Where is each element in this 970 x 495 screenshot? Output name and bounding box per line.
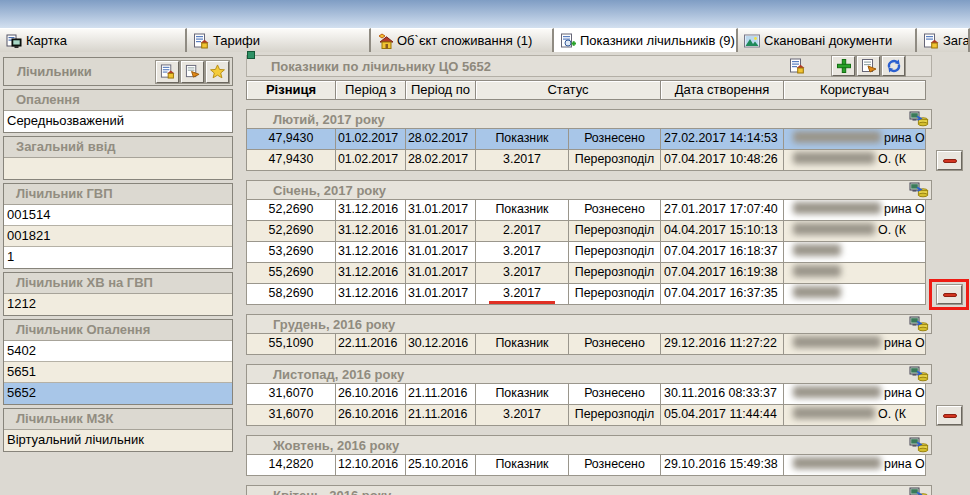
- tab-kartka[interactable]: Картка: [0, 28, 187, 52]
- remove-reading-button[interactable]: [937, 285, 962, 304]
- period-to-cell: 21.11.2016: [406, 384, 476, 405]
- readings-table-header: РізницяПеріод зПеріод поСтатусДата створ…: [246, 80, 932, 100]
- tab-general[interactable]: Зага: [917, 28, 970, 52]
- group-export-button[interactable]: [908, 487, 930, 495]
- group-export-button[interactable]: [908, 182, 930, 199]
- remove-reading-button[interactable]: [937, 406, 962, 425]
- column-header-2[interactable]: Період по: [406, 80, 476, 100]
- created-cell: 07.04.2017 16:37:35: [661, 284, 784, 305]
- sidebar-item[interactable]: Віртуальний лічильник: [4, 430, 232, 451]
- home-edit-button[interactable]: [156, 61, 179, 83]
- column-header-1[interactable]: Період з: [336, 80, 406, 100]
- meter-readings-icon: [560, 33, 576, 49]
- log-export-button[interactable]: [181, 61, 204, 83]
- readings-panel-header: Показники по лічильнику ЦО 5652: [246, 55, 932, 77]
- reading-cell: 2.2017: [476, 221, 569, 242]
- user-cell: рина О: [784, 455, 926, 476]
- reading-row[interactable]: 31,607026.10.201621.11.20163.2017Перероз…: [246, 405, 932, 426]
- sidebar-item[interactable]: [4, 158, 232, 179]
- reading-row[interactable]: 55,109022.11.201630.12.2016ПоказникРозне…: [246, 334, 932, 355]
- remove-reading-button[interactable]: [937, 151, 962, 170]
- group-header: Грудень, 2016 року: [246, 314, 932, 334]
- status-cell: Перерозподіл: [569, 242, 661, 263]
- reading-row[interactable]: 53,269031.12.201631.01.20173.2017Перероз…: [246, 242, 932, 263]
- blurred-user-name: [793, 286, 841, 298]
- column-header-4[interactable]: Дата створення: [661, 80, 784, 100]
- tab-meter-readings[interactable]: Показники лічильників (9): [554, 28, 738, 52]
- add-button[interactable]: [832, 56, 855, 76]
- diff-cell: 55,1090: [246, 334, 336, 355]
- general-icon: [923, 33, 939, 49]
- reading-row[interactable]: 55,269031.12.201631.01.20173.2017Перероз…: [246, 263, 932, 284]
- group-export-icon: [909, 437, 929, 453]
- reading-row[interactable]: 52,269031.12.201631.01.2017ПоказникРозне…: [246, 200, 932, 221]
- reading-row[interactable]: 31,607026.10.201621.11.2016ПоказникРозне…: [246, 384, 932, 405]
- reading-cell: Показник: [476, 129, 569, 150]
- group-apr-2016: Квітень, 2016 року: [246, 485, 932, 495]
- user-cell: рина О: [784, 334, 926, 355]
- diff-cell: 52,2690: [246, 221, 336, 242]
- sidebar-item[interactable]: 001514: [4, 205, 232, 226]
- reading-cell: 3.2017: [476, 242, 569, 263]
- status-cell: Рознесено: [569, 129, 661, 150]
- sidebar-item[interactable]: 5402: [4, 341, 232, 362]
- card-icon: [6, 33, 22, 49]
- blurred-user-name: [793, 457, 881, 469]
- reading-row[interactable]: 14,282012.10.201625.10.2016ПоказникРозне…: [246, 455, 932, 476]
- group-title: Квітень, 2016 року: [273, 488, 908, 495]
- group-title: Січень, 2017 року: [273, 183, 908, 198]
- column-header-0[interactable]: Різниця: [246, 80, 336, 100]
- reading-row[interactable]: 47,943001.02.201728.02.2017ПоказникРозне…: [246, 129, 932, 150]
- minus-icon: [943, 414, 957, 418]
- star-button[interactable]: [206, 61, 229, 83]
- group-dec-2016: Грудень, 2016 року55,109022.11.201630.12…: [246, 314, 932, 355]
- period-to-cell: 21.11.2016: [406, 405, 476, 426]
- reading-row[interactable]: 58,269031.12.201631.01.20173.2017Перероз…: [246, 284, 932, 305]
- period-from-cell: 31.12.2016: [336, 263, 406, 284]
- sidebar-section-header: Опалення: [4, 90, 232, 111]
- sidebar-title: Лічильники: [17, 64, 154, 79]
- diff-cell: 31,6070: [246, 405, 336, 426]
- log-export-button[interactable]: [857, 56, 880, 76]
- sidebar-item[interactable]: 1: [4, 247, 232, 268]
- refresh-button[interactable]: [882, 56, 905, 76]
- blurred-user-name: [793, 386, 881, 398]
- sidebar-item[interactable]: 1212: [4, 294, 232, 315]
- readings-panel: Показники по лічильнику ЦО 5652 РізницяП…: [246, 55, 962, 495]
- sidebar-item[interactable]: 5652: [4, 383, 232, 404]
- group-export-button[interactable]: [908, 111, 930, 128]
- period-from-cell: 12.10.2016: [336, 455, 406, 476]
- sidebar-item[interactable]: 5651: [4, 362, 232, 383]
- period-to-cell: 31.01.2017: [406, 221, 476, 242]
- home-edit-button[interactable]: [785, 56, 808, 76]
- tab-bar: КарткаТарифиОб`єкт споживання (1)Показни…: [0, 28, 970, 52]
- user-cell: [784, 242, 926, 263]
- group-title: Лютий, 2017 року: [273, 112, 908, 127]
- diff-cell: 55,2690: [246, 263, 336, 284]
- period-to-cell: 30.12.2016: [406, 334, 476, 355]
- period-to-cell: 31.01.2017: [406, 200, 476, 221]
- diff-cell: 58,2690: [246, 284, 336, 305]
- reading-cell: 3.2017: [476, 263, 569, 284]
- user-name-tail: рина О: [884, 457, 925, 471]
- sidebar-item[interactable]: 001821: [4, 226, 232, 247]
- add-icon: [836, 58, 852, 74]
- group-export-button[interactable]: [908, 366, 930, 383]
- period-from-cell: 22.11.2016: [336, 334, 406, 355]
- group-export-button[interactable]: [908, 437, 930, 454]
- group-header: Квітень, 2016 року: [246, 485, 932, 495]
- window-titlebar: [0, 0, 970, 28]
- reading-row[interactable]: 47,943001.02.201728.02.20173.2017Перероз…: [246, 150, 932, 171]
- group-export-button[interactable]: [908, 316, 930, 333]
- sidebar-section-gvp-meter: Лічильник ГВП0015140018211: [3, 183, 233, 269]
- tab-taryfy[interactable]: Тарифи: [187, 28, 371, 52]
- reading-row[interactable]: 52,269031.12.201631.01.20172.2017Перероз…: [246, 221, 932, 242]
- sidebar-item[interactable]: Середньозважений: [4, 111, 232, 132]
- tab-scanned-docs[interactable]: Скановані документи: [738, 28, 917, 52]
- status-cell: Рознесено: [569, 455, 661, 476]
- column-header-3[interactable]: Статус: [476, 80, 661, 100]
- group-title: Листопад, 2016 року: [273, 367, 908, 382]
- column-header-5[interactable]: Користувач: [784, 80, 926, 100]
- status-cell: Рознесено: [569, 384, 661, 405]
- tab-consumption-object[interactable]: Об`єкт споживання (1): [371, 28, 554, 52]
